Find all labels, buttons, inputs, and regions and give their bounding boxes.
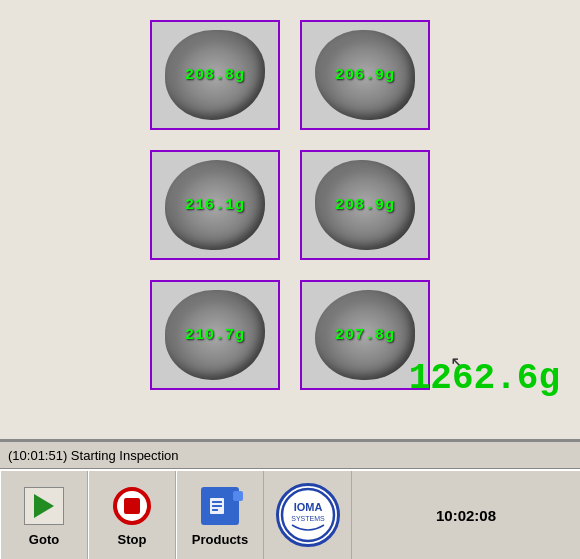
svg-rect-3 bbox=[212, 509, 218, 511]
products-label: Products bbox=[192, 532, 248, 547]
stop-icon-inner bbox=[113, 487, 151, 525]
svg-text:IOMA: IOMA bbox=[293, 501, 322, 513]
product-weight-1: 208.8g bbox=[185, 67, 245, 84]
goto-label: Goto bbox=[29, 532, 59, 547]
ioma-circle: IOMA SYSTEMS bbox=[276, 483, 340, 547]
product-cell-1: 208.8g bbox=[150, 20, 280, 130]
goto-button[interactable]: Goto bbox=[0, 471, 88, 559]
product-cell-5: 210.7g bbox=[150, 280, 280, 390]
products-icon-inner bbox=[201, 487, 239, 525]
product-weight-2: 206.9g bbox=[335, 67, 395, 84]
stop-icon bbox=[110, 484, 154, 528]
stop-square-shape bbox=[124, 498, 140, 514]
goto-icon bbox=[22, 484, 66, 528]
product-cell-3: 216.1g bbox=[150, 150, 280, 260]
product-weight-3: 216.1g bbox=[185, 197, 245, 214]
product-weight-6: 207.8g bbox=[335, 327, 395, 344]
svg-text:SYSTEMS: SYSTEMS bbox=[291, 515, 325, 522]
current-time: 10:02:08 bbox=[436, 507, 496, 524]
ioma-svg: IOMA SYSTEMS bbox=[280, 487, 336, 543]
stop-button[interactable]: Stop bbox=[88, 471, 176, 559]
product-weight-5: 210.7g bbox=[185, 327, 245, 344]
inspection-viewport: 208.8g 206.9g 216.1g 208.9g 210.7g bbox=[0, 0, 580, 441]
toolbar: Goto Stop Products bbox=[0, 469, 580, 559]
products-icon bbox=[198, 484, 242, 528]
total-weight-display: 1262.6g bbox=[409, 358, 560, 399]
ioma-logo: IOMA SYSTEMS bbox=[264, 471, 352, 559]
status-message: (10:01:51) Starting Inspection bbox=[8, 448, 179, 463]
product-cell-4: 208.9g bbox=[300, 150, 430, 260]
svg-rect-1 bbox=[212, 501, 222, 503]
goto-icon-inner bbox=[24, 487, 64, 525]
products-svg bbox=[208, 494, 232, 518]
time-display: 10:02:08 bbox=[352, 471, 580, 559]
stop-label: Stop bbox=[118, 532, 147, 547]
product-weight-4: 208.9g bbox=[335, 197, 395, 214]
goto-arrow-shape bbox=[34, 494, 54, 518]
products-button[interactable]: Products bbox=[176, 471, 264, 559]
svg-rect-2 bbox=[212, 505, 222, 507]
product-grid: 208.8g 206.9g 216.1g 208.9g 210.7g bbox=[140, 10, 450, 410]
status-bar: (10:01:51) Starting Inspection bbox=[0, 441, 580, 469]
product-cell-2: 206.9g bbox=[300, 20, 430, 130]
camera-view: 208.8g 206.9g 216.1g 208.9g 210.7g bbox=[0, 0, 580, 439]
